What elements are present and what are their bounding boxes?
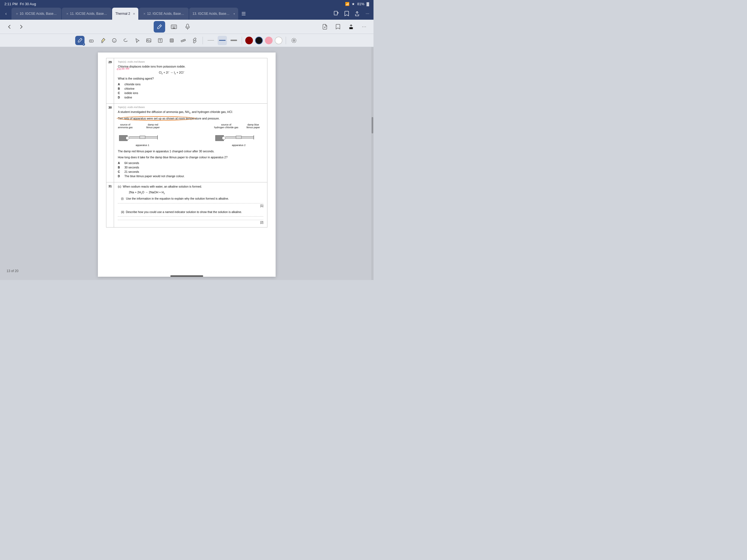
- scrollbar-thumb[interactable]: [371, 117, 373, 133]
- q31-ii-line-2: [118, 220, 263, 220]
- pen-tool-button[interactable]: ✦: [75, 36, 84, 45]
- tab-11-igcse[interactable]: ✕ 11. IGCSE Acids, Bases, Salts Ho...: [62, 8, 111, 20]
- smart-pen-button[interactable]: [289, 36, 299, 45]
- nav-back-button[interactable]: [4, 22, 14, 32]
- link-tool-button[interactable]: [190, 36, 199, 45]
- eraser-tool-button[interactable]: [87, 36, 96, 45]
- q30-options: A 64 seconds B 30 seconds C 21 seconds D…: [118, 161, 263, 178]
- bookmark-icon[interactable]: [342, 8, 352, 20]
- text-tool-button[interactable]: [156, 36, 165, 45]
- apparatus-2-litmus-label: damp bluelitmus paper: [247, 123, 260, 129]
- question-29: 29 Topic(s): Acids And Bases Chlorine di…: [106, 58, 267, 104]
- tab-12-igcse[interactable]: ✕ 12. IGCSE Acids, Bases, Salts H...: [139, 8, 189, 20]
- highlighter-tool-button[interactable]: [98, 36, 107, 45]
- home-indicator-pill: [170, 275, 203, 277]
- tab-thermal2[interactable]: Thermal 2 ✕: [112, 8, 138, 20]
- q31-i-mark: [1]: [118, 204, 263, 207]
- svg-rect-6: [173, 26, 174, 26]
- add-page-button[interactable]: [331, 8, 341, 20]
- svg-point-35: [293, 40, 295, 41]
- svg-rect-17: [89, 40, 93, 42]
- date-display: Fri 30 Aug: [20, 2, 36, 6]
- color-pink[interactable]: [265, 36, 273, 44]
- svg-rect-3: [334, 11, 337, 15]
- apparatus-1-labels: source ofammonia gas damp redlitmus pape…: [118, 123, 160, 129]
- svg-point-43: [222, 136, 225, 140]
- tab-close-4[interactable]: ✕: [143, 12, 146, 15]
- tab-label-2: 11. IGCSE Acids, Bases, Salts Ho...: [70, 12, 108, 16]
- svg-rect-5: [172, 26, 173, 26]
- add-document-button[interactable]: [320, 22, 330, 32]
- scrollbar-track: [371, 47, 374, 280]
- document-page: 29 Topic(s): Acids And Bases Chlorine di…: [98, 52, 276, 277]
- equation-29: Cl2 + 2I− → I2 + 2Cl−: [159, 71, 185, 75]
- page-number-display: 13 of 20: [6, 269, 18, 273]
- svg-point-34: [292, 38, 296, 43]
- q31-ii-line-1: [118, 216, 263, 217]
- nav-forward-button[interactable]: [17, 22, 26, 32]
- svg-rect-2: [242, 15, 246, 15]
- question-number-30: 30: [106, 104, 114, 182]
- svg-rect-12: [173, 28, 175, 28]
- more-toolbar-button[interactable]: ···: [359, 22, 369, 32]
- tab-label-3: Thermal 2: [115, 12, 130, 16]
- pen-mode-button[interactable]: [154, 21, 165, 32]
- bottom-home-bar: [0, 275, 374, 277]
- apparatus-2-labels: source ofhydrogen chloride gas damp blue…: [214, 123, 260, 129]
- svg-rect-9: [172, 27, 173, 27]
- bookmark-button[interactable]: [333, 22, 343, 32]
- toolbar-separator-2: [242, 36, 242, 44]
- lasso-tool-button[interactable]: [121, 36, 130, 45]
- share-icon[interactable]: [352, 8, 362, 20]
- question-31-content: (c) When sodium reacts with water, an al…: [114, 182, 267, 227]
- tab-close-1[interactable]: ✕: [16, 12, 18, 15]
- apparatus-2-source-label: source ofhydrogen chloride gas: [214, 123, 238, 129]
- thickness-thick[interactable]: [229, 36, 238, 45]
- ruler-tool-button[interactable]: [179, 36, 188, 45]
- image-tool-button[interactable]: [144, 36, 153, 45]
- tab-more-button[interactable]: [239, 8, 249, 20]
- star-icon: ★: [352, 2, 355, 6]
- q31-ii-text: (ii) Describe how you could use a named …: [118, 210, 263, 214]
- tab-dropdown-arrow[interactable]: ▾: [233, 12, 235, 15]
- color-dark-red[interactable]: [245, 36, 253, 44]
- share-toolbar-button[interactable]: [346, 22, 356, 32]
- battery-icon: ▓: [367, 2, 369, 6]
- mic-button[interactable]: [183, 22, 192, 32]
- apparatus-1-diagram: [118, 130, 167, 144]
- tab-label-4: 12. IGCSE Acids, Bases, Salts H...: [147, 12, 185, 16]
- crop-tool-button[interactable]: [167, 36, 176, 45]
- q31-ii-mark: [2]: [118, 221, 263, 224]
- apparatus-1-litmus-label: damp redlitmus paper: [146, 123, 160, 129]
- q30-option-a: A 64 seconds: [118, 161, 263, 164]
- topic-tag-30: Topic(s): Acids And Bases: [118, 106, 263, 108]
- tab-close-2[interactable]: ✕: [66, 12, 68, 15]
- thickness-thin[interactable]: [206, 36, 215, 45]
- color-white[interactable]: [275, 36, 282, 44]
- main-toolbar: ···: [0, 20, 374, 34]
- apparatus-2-label: apparatus 2: [214, 144, 263, 147]
- tab-13-igcse[interactable]: 13. IGCSE Acids, Bases, Salts... ▾: [189, 8, 238, 20]
- tab-nav-left[interactable]: ‹: [1, 8, 11, 20]
- color-black[interactable]: [255, 36, 263, 44]
- apparatus-row: source ofammonia gas damp redlitmus pape…: [118, 123, 263, 147]
- tab-close-3[interactable]: ✕: [133, 12, 135, 15]
- q29-main-text: Chlorine displaces iodide ions from pota…: [118, 65, 263, 69]
- question-number-31: 31: [106, 182, 114, 227]
- keyboard-button[interactable]: [169, 22, 179, 32]
- pointer-tool-button[interactable]: [133, 36, 142, 45]
- q30-option-d-text: The blue litmus paper would not change c…: [124, 175, 185, 178]
- svg-point-20: [112, 39, 116, 42]
- more-options-icon[interactable]: ···: [363, 8, 372, 20]
- topic-tag-29: Topic(s): Acids And Bases: [118, 60, 263, 63]
- wifi-icon: 📶: [345, 2, 350, 6]
- tab-10-igcse[interactable]: ✕ 10. IGCSE Acids, Bases, Salts H...: [11, 8, 61, 20]
- q31-part-label: (c) When sodium reacts with water, an al…: [118, 184, 263, 189]
- q30-option-b: B 30 seconds: [118, 166, 263, 169]
- apparatus-1: source ofammonia gas damp redlitmus pape…: [118, 123, 167, 147]
- shapes-tool-button[interactable]: [110, 36, 119, 45]
- q31-i-text: (i) Use the information in the equation …: [118, 197, 263, 201]
- question-31: 31 (c) When sodium reacts with water, an…: [106, 182, 267, 228]
- thickness-medium[interactable]: [217, 36, 227, 45]
- q31-ii-mark-text: [2]: [260, 221, 263, 224]
